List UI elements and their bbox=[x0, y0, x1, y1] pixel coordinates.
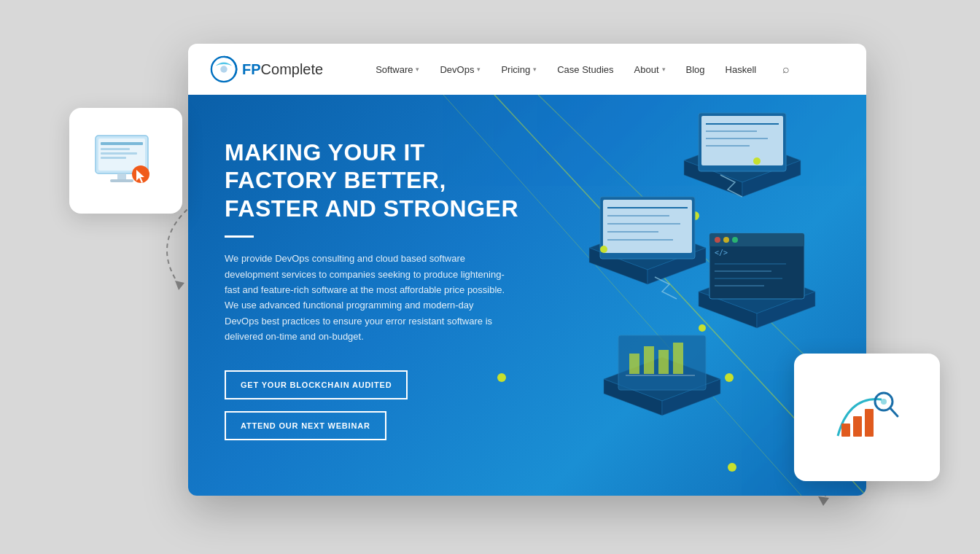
devops-chevron-icon: ▾ bbox=[477, 66, 481, 73]
svg-marker-70 bbox=[818, 496, 829, 506]
pricing-chevron-icon: ▾ bbox=[533, 66, 537, 73]
hero-section: MAKING YOUR IT FACTORY BETTER, FASTER AN… bbox=[188, 95, 866, 496]
analytics-icon bbox=[823, 374, 911, 461]
analytics-chart-icon bbox=[827, 381, 907, 454]
browser-window: FPComplete Software ▾ DevOps ▾ Pricing ▾ bbox=[188, 44, 866, 496]
svg-rect-3 bbox=[101, 148, 130, 150]
svg-rect-65 bbox=[853, 416, 862, 437]
svg-text:</>: </> bbox=[715, 249, 728, 257]
nav-about[interactable]: About ▾ bbox=[626, 58, 674, 81]
monitor-icon bbox=[90, 132, 163, 190]
webinar-button[interactable]: ATTEND OUR NEXT WEBINAR bbox=[225, 411, 386, 440]
logo[interactable]: FPComplete bbox=[210, 55, 323, 83]
hero-description: We provide DevOps consulting and cloud b… bbox=[225, 251, 509, 345]
floating-card-right bbox=[794, 354, 940, 481]
svg-rect-56 bbox=[629, 354, 639, 374]
svg-point-61 bbox=[753, 157, 761, 165]
svg-rect-2 bbox=[101, 142, 143, 145]
blockchain-audit-button[interactable]: GET YOUR BLOCKCHAIN AUDITED bbox=[225, 370, 408, 399]
hero-divider bbox=[225, 235, 254, 238]
svg-marker-10 bbox=[175, 281, 184, 290]
nav-items: Software ▾ DevOps ▾ Pricing ▾ Case Studi… bbox=[367, 57, 844, 82]
svg-line-68 bbox=[890, 408, 898, 416]
svg-point-46 bbox=[732, 237, 738, 243]
svg-rect-5 bbox=[101, 157, 126, 159]
nav-software[interactable]: Software ▾ bbox=[367, 58, 428, 81]
svg-rect-64 bbox=[841, 424, 850, 437]
svg-rect-6 bbox=[117, 173, 126, 179]
nav-haskell[interactable]: Haskell bbox=[717, 58, 766, 81]
hero-buttons: GET YOUR BLOCKCHAIN AUDITED ATTEND OUR N… bbox=[225, 370, 531, 440]
search-icon: ⌕ bbox=[782, 63, 790, 76]
svg-point-44 bbox=[715, 237, 720, 243]
svg-rect-57 bbox=[644, 346, 654, 374]
nav-blog[interactable]: Blog bbox=[677, 58, 714, 81]
logo-icon bbox=[210, 55, 238, 83]
nav-devops[interactable]: DevOps ▾ bbox=[431, 58, 489, 81]
software-chevron-icon: ▾ bbox=[416, 66, 419, 73]
svg-point-69 bbox=[881, 399, 887, 405]
svg-rect-59 bbox=[673, 343, 683, 374]
svg-point-62 bbox=[600, 246, 607, 253]
hero-title: MAKING YOUR IT FACTORY BETTER, FASTER AN… bbox=[225, 138, 531, 222]
svg-rect-66 bbox=[865, 409, 874, 437]
svg-point-12 bbox=[220, 66, 228, 73]
svg-rect-7 bbox=[110, 179, 133, 182]
svg-point-63 bbox=[699, 324, 706, 332]
logo-text: FPComplete bbox=[242, 61, 323, 78]
svg-rect-58 bbox=[658, 350, 669, 374]
hero-content: MAKING YOUR IT FACTORY BETTER, FASTER AN… bbox=[225, 138, 531, 440]
about-chevron-icon: ▾ bbox=[662, 66, 666, 73]
nav-case-studies[interactable]: Case Studies bbox=[548, 58, 622, 81]
svg-point-45 bbox=[723, 237, 729, 243]
nav-pricing[interactable]: Pricing ▾ bbox=[492, 58, 545, 81]
floating-card-left bbox=[69, 108, 182, 214]
navbar: FPComplete Software ▾ DevOps ▾ Pricing ▾ bbox=[188, 44, 866, 95]
search-button[interactable]: ⌕ bbox=[774, 57, 798, 82]
svg-rect-4 bbox=[101, 152, 137, 155]
